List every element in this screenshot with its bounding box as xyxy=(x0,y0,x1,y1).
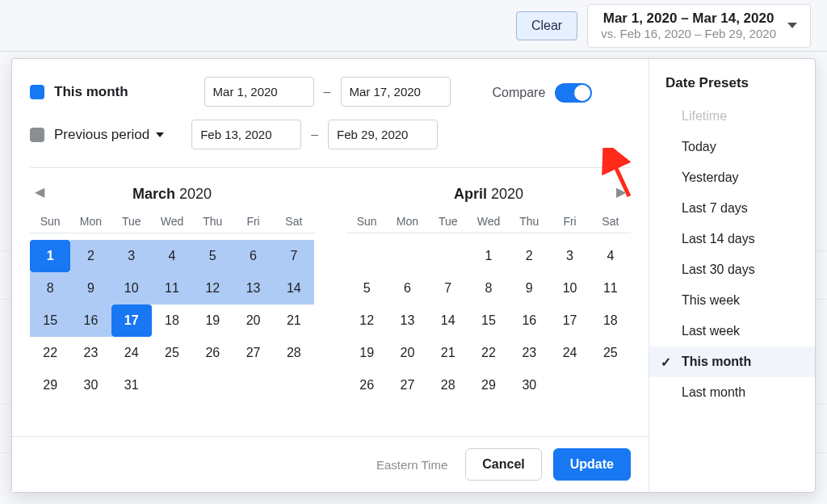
calendar-day[interactable]: 6 xyxy=(233,240,273,272)
calendar-day[interactable]: 3 xyxy=(111,240,152,272)
calendar-day[interactable]: 27 xyxy=(387,369,427,401)
range-label-previous[interactable]: Previous period xyxy=(54,127,164,143)
calendar-day[interactable]: 14 xyxy=(274,272,314,304)
calendar-day[interactable]: 30 xyxy=(509,369,549,401)
calendar-day[interactable]: 16 xyxy=(70,304,111,337)
previous-end-input[interactable] xyxy=(328,120,438,149)
next-month-button[interactable]: ▶ xyxy=(616,184,626,200)
update-button[interactable]: Update xyxy=(553,448,631,481)
preset-label: Last week xyxy=(682,324,740,338)
calendar-day[interactable]: 21 xyxy=(428,337,468,369)
calendar-day[interactable]: 10 xyxy=(549,272,590,304)
preset-label: This week xyxy=(682,293,740,307)
preset-today[interactable]: Today xyxy=(649,132,815,162)
dow-cell: Wed xyxy=(152,215,192,228)
calendar-day[interactable]: 3 xyxy=(549,240,590,272)
calendar-day[interactable]: 25 xyxy=(152,337,192,369)
calendar-blank xyxy=(387,240,427,272)
preset-last-14-days[interactable]: Last 14 days xyxy=(649,224,815,254)
calendar-day[interactable]: 19 xyxy=(192,304,233,337)
preset-last-month[interactable]: Last month xyxy=(649,377,815,408)
preset-last-30-days[interactable]: Last 30 days xyxy=(649,254,815,285)
calendar-day[interactable]: 10 xyxy=(111,272,152,304)
preset-yesterday[interactable]: Yesterday xyxy=(649,162,815,193)
calendar-day[interactable]: 6 xyxy=(387,272,427,304)
calendar-day[interactable]: 22 xyxy=(468,337,509,369)
presets-sidebar: Date Presets LifetimeTodayYesterdayLast … xyxy=(649,59,815,492)
calendar-day[interactable]: 20 xyxy=(233,304,273,337)
cancel-button[interactable]: Cancel xyxy=(465,448,541,481)
calendar-day[interactable]: 12 xyxy=(192,272,233,304)
calendar-day[interactable]: 9 xyxy=(509,272,549,304)
calendar-blank xyxy=(428,240,468,272)
calendar-day[interactable]: 2 xyxy=(70,240,111,272)
calendar-day[interactable]: 11 xyxy=(152,272,192,304)
calendar-day[interactable]: 18 xyxy=(590,304,631,337)
compare-toggle[interactable] xyxy=(555,83,592,103)
calendar-day[interactable]: 4 xyxy=(152,240,192,272)
dow-cell: Sun xyxy=(346,215,387,228)
range-comparison-text: vs. Feb 16, 2020 – Feb 29, 2020 xyxy=(601,27,776,42)
calendar-day[interactable]: 8 xyxy=(30,272,70,304)
calendar-day[interactable]: 31 xyxy=(111,369,152,401)
calendar-day[interactable]: 25 xyxy=(590,337,631,369)
previous-start-input[interactable] xyxy=(191,120,301,149)
dow-cell: Thu xyxy=(192,215,233,228)
preset-last-7-days[interactable]: Last 7 days xyxy=(649,193,815,224)
calendar-day[interactable]: 23 xyxy=(70,337,111,369)
calendar-day[interactable]: 30 xyxy=(70,369,111,401)
calendar-day[interactable]: 20 xyxy=(387,337,427,369)
calendar-day[interactable]: 5 xyxy=(346,272,387,304)
calendar-day[interactable]: 15 xyxy=(30,304,70,337)
this-month-end-input[interactable] xyxy=(341,77,451,107)
calendar-day[interactable]: 26 xyxy=(192,337,233,369)
calendar-day[interactable]: 23 xyxy=(509,337,549,369)
calendar-day[interactable]: 21 xyxy=(274,304,314,337)
calendar-days-grid: 1234567891011121314151617181920212223242… xyxy=(30,240,314,401)
calendar-day[interactable]: 13 xyxy=(387,304,427,337)
range-row-previous: Previous period – xyxy=(30,120,631,149)
calendar-day[interactable]: 29 xyxy=(30,369,70,401)
calendar-days-grid: 1234567891011121314151617181920212223242… xyxy=(346,240,631,401)
range-label-previous-text: Previous period xyxy=(54,127,149,143)
date-range-dropdown-trigger[interactable]: Mar 1, 2020 – Mar 14, 2020 vs. Feb 16, 2… xyxy=(587,4,811,48)
calendar-day[interactable]: 1 xyxy=(30,240,70,272)
calendar-day[interactable]: 13 xyxy=(233,272,273,304)
calendar-day[interactable]: 28 xyxy=(274,337,314,369)
calendar-day[interactable]: 24 xyxy=(111,337,152,369)
preset-last-week[interactable]: Last week xyxy=(649,316,815,346)
calendar-day[interactable]: 7 xyxy=(274,240,314,272)
calendar-day[interactable]: 26 xyxy=(346,369,387,401)
calendar-title: April 2020 xyxy=(454,186,523,203)
calendar-day[interactable]: 16 xyxy=(509,304,549,337)
calendar-day[interactable]: 9 xyxy=(70,272,111,304)
calendar-day[interactable]: 8 xyxy=(468,272,509,304)
clear-button[interactable]: Clear xyxy=(516,11,577,40)
calendar-day[interactable]: 7 xyxy=(428,272,468,304)
check-icon: ✓ xyxy=(661,355,671,370)
preset-this-month[interactable]: ✓This month xyxy=(649,346,815,377)
this-month-start-input[interactable] xyxy=(204,77,314,107)
preset-this-week[interactable]: This week xyxy=(649,285,815,316)
calendar-day[interactable]: 27 xyxy=(233,337,273,369)
calendar-day[interactable]: 2 xyxy=(509,240,549,272)
calendar-day[interactable]: 5 xyxy=(192,240,233,272)
calendar-day[interactable]: 22 xyxy=(30,337,70,369)
calendar-day[interactable]: 4 xyxy=(590,240,631,272)
calendar-day[interactable]: 28 xyxy=(428,369,468,401)
calendar-day[interactable]: 11 xyxy=(590,272,631,304)
calendar-day[interactable]: 12 xyxy=(346,304,387,337)
calendar-day[interactable]: 14 xyxy=(428,304,468,337)
calendar-day[interactable]: 18 xyxy=(152,304,192,337)
calendar-day[interactable]: 19 xyxy=(346,337,387,369)
calendar-day[interactable]: 15 xyxy=(468,304,509,337)
top-toolbar: Clear Mar 1, 2020 – Mar 14, 2020 vs. Feb… xyxy=(0,0,827,52)
calendar-day[interactable]: 1 xyxy=(468,240,509,272)
calendar-day[interactable]: 24 xyxy=(549,337,590,369)
prev-month-button[interactable]: ◀ xyxy=(35,184,44,200)
calendar-day[interactable]: 29 xyxy=(468,369,509,401)
preset-label: Today xyxy=(682,140,716,153)
calendar-day[interactable]: 17 xyxy=(111,304,152,337)
calendar-day[interactable]: 17 xyxy=(549,304,590,337)
range-dash: – xyxy=(324,85,331,99)
